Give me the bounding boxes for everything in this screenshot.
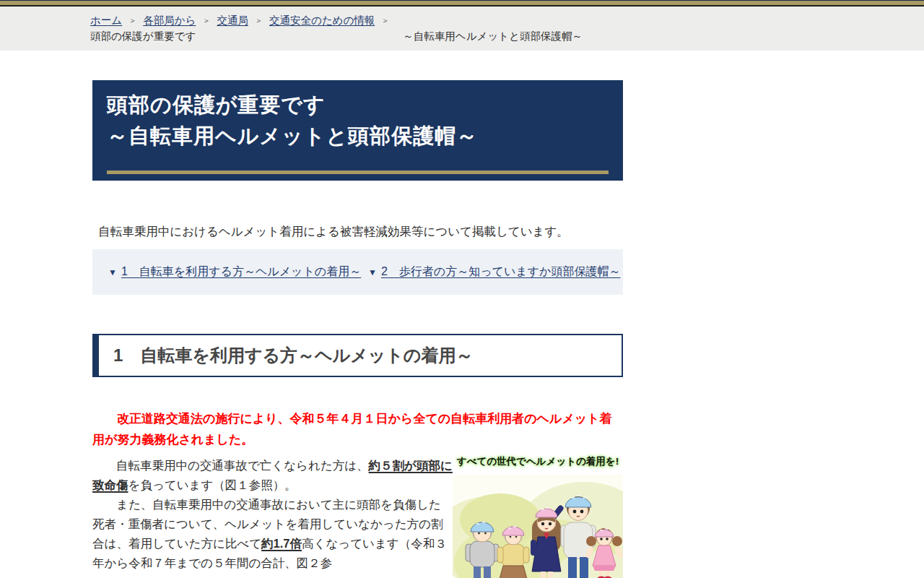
intro-text: 自転車乗用中におけるヘルメット着用による被害軽減効果等について掲載しています。 [92,222,623,241]
breadcrumb-band: ホーム＞各部局から＞交通局＞交通安全のための情報＞ 頭部の保護が重要です～自転車… [0,7,924,51]
breadcrumb-current-subtitle: ～自転車用ヘルメットと頭部保護帽～ [403,30,583,42]
top-accent-bar [0,0,924,7]
helmet-campaign-figure: すべての世代でヘルメットの着用を! [453,453,623,578]
toc-link-section2[interactable]: 2 歩行者の方～知っていますか頭部保護帽～ [381,265,621,277]
breadcrumb: ホーム＞各部局から＞交通局＞交通安全のための情報＞ [90,13,924,28]
page: ホーム＞各部局から＞交通局＞交通安全のための情報＞ 頭部の保護が重要です～自転車… [0,0,924,578]
emphasis-ratio: 約1.7倍 [261,537,302,550]
down-triangle-icon: ▼ [108,267,117,277]
breadcrumb-separator-icon: ＞ [381,16,389,25]
breadcrumb-separator-icon: ＞ [255,16,263,25]
page-title-banner: 頭部の保護が重要です ～自転車用ヘルメットと頭部保護帽～ [92,80,623,181]
down-triangle-icon: ▼ [368,267,377,277]
breadcrumb-current-title: 頭部の保護が重要です [90,30,196,42]
toc-link-section1[interactable]: 1 自転車を利用する方～ヘルメットの着用～ [121,265,361,277]
breadcrumb-link-departments[interactable]: 各部局から [143,14,196,26]
breadcrumb-separator-icon: ＞ [202,16,210,25]
breadcrumb-link-home[interactable]: ホーム [90,14,122,26]
section1-heading: 1 自転車を利用する方～ヘルメットの着用～ [92,334,623,377]
breadcrumb-link-traffic-bureau[interactable]: 交通局 [217,14,248,26]
page-title-line1: 頭部の保護が重要です [107,90,609,121]
main-content: 頭部の保護が重要です ～自転車用ヘルメットと頭部保護帽～ 自転車乗用中におけるヘ… [92,80,623,573]
text-run: を負っています（図１参照）。 [128,478,297,491]
breadcrumb-current: 頭部の保護が重要です～自転車用ヘルメットと頭部保護帽～ [90,29,924,44]
toc-item-1: ▼1 自転車を利用する方～ヘルメットの着用～ [108,262,363,282]
family-helmets-illustration [453,475,623,578]
text-run: 自転車乗用中の交通事故で亡くなられた方は、 [105,459,369,472]
breadcrumb-separator-icon: ＞ [128,16,136,25]
title-gold-stripe [107,171,609,174]
toc-box: ▼1 自転車を利用する方～ヘルメットの着用～ ▼2 歩行者の方～知っていますか頭… [92,249,623,295]
page-title: 頭部の保護が重要です ～自転車用ヘルメットと頭部保護帽～ [107,90,609,152]
breadcrumb-link-traffic-safety-info[interactable]: 交通安全のための情報 [269,14,375,26]
toc-item-2: ▼2 歩行者の方～知っていますか頭部保護帽～ [368,262,623,282]
page-title-line2: ～自転車用ヘルメットと頭部保護帽～ [107,121,609,152]
figure-caption: すべての世代でヘルメットの着用を! [453,453,623,470]
law-notice-text: 改正道路交通法の施行により、令和５年４月１日から全ての自転車利用者のヘルメット着… [92,408,614,450]
